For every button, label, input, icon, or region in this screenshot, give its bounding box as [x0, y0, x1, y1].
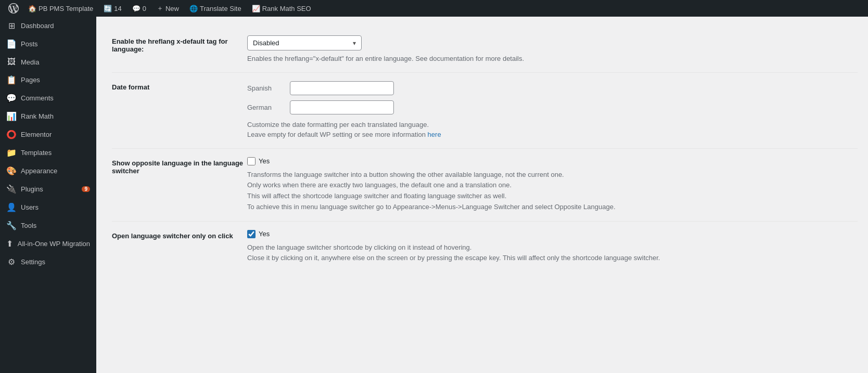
open-on-click-desc-2: Close it by clicking on it, anywhere els… [247, 253, 858, 264]
hreflang-dropdown[interactable]: Disabled ▾ [247, 35, 362, 50]
content-area: Enable the hreflang x-default tag for la… [96, 17, 868, 373]
rankmath-icon: 📈 [252, 5, 260, 12]
translate-icon: 🌐 [189, 5, 198, 12]
open-on-click-row: Open language switcher only on click Yes… [112, 222, 858, 273]
sidebar-item-label: Dashboard [21, 22, 90, 30]
show-opposite-checkbox[interactable] [247, 157, 256, 165]
translate-site-item[interactable]: 🌐 Translate Site [184, 0, 247, 17]
show-opposite-desc-4: To achieve this in menu language switche… [247, 202, 858, 213]
hreflang-label: Enable the hreflang x-default tag for la… [112, 35, 247, 53]
german-label: German [247, 104, 284, 111]
admin-bar: 🏠 PB PMS Template 🔄 14 💬 0 ＋ New 🌐 Trans… [0, 0, 868, 17]
show-opposite-checkbox-label[interactable]: Yes [259, 157, 270, 165]
elementor-icon: ⭕ [6, 130, 17, 139]
sidebar-item-label: Comments [21, 94, 90, 102]
sidebar: ⊞ Dashboard 📄 Posts 🖼 Media 📋 Pages 💬 Co… [0, 17, 96, 373]
show-opposite-row: Show opposite language in the language s… [112, 149, 858, 222]
show-opposite-label: Show opposite language in the language s… [112, 157, 247, 175]
hreflang-row: Enable the hreflang x-default tag for la… [112, 27, 858, 73]
sidebar-item-settings[interactable]: ⚙ Settings [0, 253, 96, 271]
wp-logo[interactable] [4, 0, 23, 17]
rankmath-nav-icon: 📊 [6, 111, 17, 121]
sidebar-item-appearance[interactable]: 🎨 Appearance [0, 162, 96, 180]
sidebar-item-templates[interactable]: 📁 Templates [0, 144, 96, 162]
sidebar-item-posts[interactable]: 📄 Posts [0, 35, 96, 53]
updates-icon: 🔄 [104, 5, 112, 12]
updates-item[interactable]: 🔄 14 [98, 0, 126, 17]
sidebar-item-pages[interactable]: 📋 Pages [0, 71, 96, 89]
date-help-line2: Leave empty for default WP setting or se… [247, 131, 426, 138]
sidebar-item-media[interactable]: 🖼 Media [0, 53, 96, 71]
chevron-down-icon: ▾ [353, 40, 356, 47]
sidebar-item-label: Media [21, 58, 90, 66]
sidebar-item-users[interactable]: 👤 Users [0, 198, 96, 216]
media-icon: 🖼 [6, 57, 17, 67]
rankmath-item[interactable]: 📈 Rank Math SEO [247, 0, 316, 17]
sidebar-item-label: Plugins [21, 185, 78, 193]
comments-item[interactable]: 💬 0 [127, 0, 151, 17]
spanish-row: Spanish [247, 81, 858, 95]
sidebar-item-comments[interactable]: 💬 Comments [0, 89, 96, 107]
plus-icon: ＋ [157, 4, 163, 13]
sidebar-item-label: Appearance [21, 167, 90, 175]
german-row: German [247, 100, 858, 114]
german-input[interactable] [290, 100, 394, 114]
sidebar-item-label: All-in-One WP Migration [18, 240, 90, 248]
sidebar-item-dashboard[interactable]: ⊞ Dashboard [0, 17, 96, 35]
appearance-icon: 🎨 [6, 166, 17, 176]
sidebar-item-label: Templates [21, 149, 90, 157]
open-on-click-checkbox-label[interactable]: Yes [259, 230, 270, 238]
comments-icon: 💬 [132, 5, 141, 12]
date-format-label: Date format [112, 81, 247, 91]
sidebar-item-label: Elementor [21, 131, 90, 138]
sidebar-item-rankmath[interactable]: 📊 Rank Math [0, 107, 96, 125]
show-opposite-desc-2: Only works when there are exactly two la… [247, 180, 858, 191]
tools-icon: 🔧 [6, 221, 17, 230]
open-on-click-control: Yes Open the language switcher shortcode… [247, 230, 858, 264]
show-opposite-control: Yes Transforms the language switcher int… [247, 157, 858, 213]
date-help: Customize the date formatting per each t… [247, 120, 858, 140]
dashboard-icon: ⊞ [6, 21, 17, 31]
open-on-click-checkbox-row: Yes [247, 230, 858, 238]
sidebar-item-label: Tools [21, 222, 90, 229]
allinone-icon: ⬆ [6, 239, 14, 249]
sidebar-item-label: Settings [21, 258, 90, 266]
sidebar-item-allinone[interactable]: ⬆ All-in-One WP Migration [0, 235, 96, 253]
date-help-link[interactable]: here [428, 131, 441, 138]
show-opposite-desc-3: This will affect the shortcode language … [247, 191, 858, 202]
open-on-click-description: Open the language switcher shortcode by … [247, 242, 858, 264]
sidebar-item-plugins[interactable]: 🔌 Plugins 9 [0, 180, 96, 198]
users-icon: 👤 [6, 202, 17, 212]
spanish-label: Spanish [247, 84, 284, 92]
spanish-input[interactable] [290, 81, 394, 95]
home-icon: 🏠 [28, 5, 36, 12]
date-format-row: Date format Spanish German Customize the… [112, 73, 858, 149]
date-format-control: Spanish German Customize the date format… [247, 81, 858, 140]
hreflang-control: Disabled ▾ Enables the hreflang="x-defau… [247, 35, 858, 64]
plugins-badge: 9 [82, 186, 90, 192]
site-name[interactable]: 🏠 PB PMS Template [23, 0, 98, 17]
templates-icon: 📁 [6, 148, 17, 158]
posts-icon: 📄 [6, 39, 17, 49]
comments-nav-icon: 💬 [6, 93, 17, 103]
open-on-click-checkbox[interactable] [247, 230, 256, 238]
hreflang-dropdown-value: Disabled [253, 39, 279, 47]
date-help-line1: Customize the date formatting per each t… [247, 121, 429, 128]
sidebar-item-label: Users [21, 203, 90, 211]
hreflang-help: Enables the hreflang="x-default" for an … [247, 54, 858, 64]
show-opposite-description: Transforms the language switcher into a … [247, 170, 858, 213]
sidebar-item-label: Rank Math [21, 112, 90, 120]
sidebar-item-label: Posts [21, 40, 90, 48]
show-opposite-desc-1: Transforms the language switcher into a … [247, 170, 858, 181]
settings-icon: ⚙ [6, 257, 17, 267]
sidebar-item-elementor[interactable]: ⭕ Elementor [0, 125, 96, 144]
new-item[interactable]: ＋ New [151, 0, 184, 17]
open-on-click-label: Open language switcher only on click [112, 230, 247, 240]
open-on-click-desc-1: Open the language switcher shortcode by … [247, 242, 858, 253]
pages-icon: 📋 [6, 75, 17, 85]
sidebar-item-tools[interactable]: 🔧 Tools [0, 216, 96, 235]
sidebar-item-label: Pages [21, 76, 90, 84]
show-opposite-checkbox-row: Yes [247, 157, 858, 165]
plugins-icon: 🔌 [6, 184, 17, 194]
